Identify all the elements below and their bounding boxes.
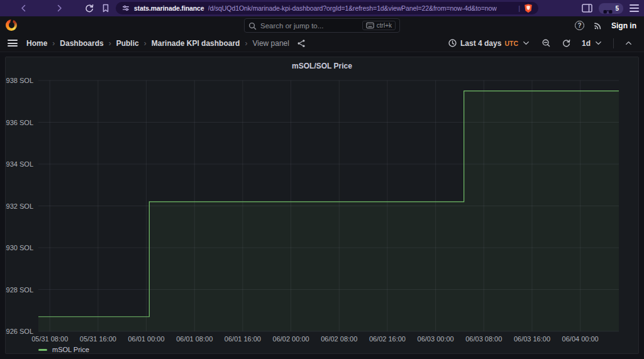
- breadcrumb-home[interactable]: Home: [26, 39, 47, 48]
- svg-text:05/31 16:00: 05/31 16:00: [80, 335, 116, 343]
- breadcrumb-separator: ›: [52, 39, 55, 48]
- browser-chrome: stats.marinade.finance/d/sqUQd1Onk/marin…: [0, 0, 644, 16]
- svg-text:06/02 00:00: 06/02 00:00: [273, 335, 309, 343]
- chevron-up-icon: [624, 38, 633, 48]
- refresh-interval-dropdown[interactable]: 1d: [579, 36, 606, 50]
- url-path: /d/sqUQd1Onk/marinade-kpi-dashboard?orgI…: [208, 4, 497, 12]
- breadcrumb-separator: ›: [109, 39, 111, 48]
- search-bar[interactable]: ctrl+k: [244, 18, 400, 33]
- search-icon: [248, 21, 257, 30]
- brave-shield-icon[interactable]: [524, 4, 533, 13]
- refresh-button[interactable]: [558, 36, 574, 50]
- header-right-controls: ? Sign in: [575, 16, 636, 35]
- browser-forward-icon[interactable]: [54, 3, 64, 13]
- url-separator: |: [518, 4, 520, 12]
- panel-title[interactable]: mSOL/SOL Price: [6, 57, 638, 71]
- clock-icon: [448, 38, 457, 48]
- mega-menu-icon[interactable]: [8, 40, 18, 47]
- url-domain: stats.marinade.finance: [134, 4, 204, 12]
- chart-panel: mSOL/SOL Price 1.1938 SOL1.1936 SOL1.193…: [5, 57, 639, 354]
- legend-series-marker: [38, 349, 47, 351]
- keyboard-shortcut-hint: ctrl+k: [362, 21, 396, 30]
- chevron-down-icon: [594, 38, 603, 48]
- legend-item[interactable]: mSOL Price: [38, 346, 89, 353]
- price-chart[interactable]: 1.1938 SOL1.1936 SOL1.1934 SOL1.1932 SOL…: [6, 71, 638, 345]
- share-icon[interactable]: [297, 39, 306, 48]
- sign-in-button[interactable]: Sign in: [611, 21, 636, 30]
- site-settings-icon[interactable]: [121, 4, 130, 13]
- svg-text:06/03 00:00: 06/03 00:00: [418, 335, 454, 343]
- browser-right-controls: 5: [582, 0, 639, 16]
- help-icon[interactable]: ?: [575, 21, 584, 30]
- refresh-icon: [562, 38, 571, 48]
- zoom-out-icon: [541, 38, 551, 48]
- chevron-down-icon: [521, 38, 531, 48]
- svg-text:06/01 00:00: 06/01 00:00: [128, 335, 165, 343]
- grafana-header: ctrl+k ? Sign in: [0, 16, 644, 35]
- browser-menu-icon[interactable]: [630, 4, 639, 12]
- svg-text:06/04 00:00: 06/04 00:00: [562, 335, 599, 343]
- browser-reload-icon[interactable]: [84, 3, 94, 13]
- breadcrumb-view-panel[interactable]: View panel: [252, 39, 289, 48]
- glasses-icon: [603, 6, 613, 11]
- breadcrumb: Home › Dashboards › Public › Marinade KP…: [26, 39, 289, 48]
- browser-back-icon[interactable]: [19, 3, 29, 13]
- divider: [613, 38, 614, 48]
- svg-text:1.1936 SOL: 1.1936 SOL: [6, 119, 33, 126]
- collapse-controls-button[interactable]: [621, 36, 636, 50]
- svg-text:06/03 08:00: 06/03 08:00: [465, 335, 502, 343]
- svg-text:05/31 08:00: 05/31 08:00: [31, 335, 68, 343]
- zoom-out-button[interactable]: [538, 36, 554, 50]
- breadcrumb-separator: ›: [245, 39, 247, 48]
- svg-text:1.1928 SOL: 1.1928 SOL: [6, 286, 33, 294]
- svg-text:1.1932 SOL: 1.1932 SOL: [6, 202, 33, 210]
- svg-text:1.1938 SOL: 1.1938 SOL: [6, 77, 33, 84]
- svg-text:06/01 16:00: 06/01 16:00: [225, 335, 261, 343]
- svg-text:1.1926 SOL: 1.1926 SOL: [6, 328, 33, 335]
- brave-rewards-badge[interactable]: 5: [599, 3, 623, 14]
- time-controls: Last 4 days UTC 1d: [445, 36, 636, 50]
- search-input[interactable]: [260, 22, 358, 30]
- svg-text:06/02 08:00: 06/02 08:00: [321, 335, 357, 343]
- dashboard-content: mSOL/SOL Price 1.1938 SOL1.1936 SOL1.193…: [0, 52, 644, 359]
- svg-text:1.1934 SOL: 1.1934 SOL: [6, 160, 33, 168]
- svg-text:06/01 08:00: 06/01 08:00: [176, 335, 213, 343]
- breadcrumb-dashboard-name[interactable]: Marinade KPI dashboard: [152, 39, 240, 48]
- shortcut-label: ctrl+k: [377, 22, 392, 29]
- sidebar-toggle-icon[interactable]: [582, 4, 592, 13]
- breadcrumb-dashboards[interactable]: Dashboards: [60, 39, 103, 48]
- address-bar[interactable]: stats.marinade.finance/d/sqUQd1Onk/marin…: [116, 2, 538, 14]
- legend-series-label: mSOL Price: [52, 346, 89, 353]
- svg-text:06/03 16:00: 06/03 16:00: [514, 335, 550, 343]
- svg-text:1.1930 SOL: 1.1930 SOL: [6, 244, 33, 251]
- svg-text:06/02 16:00: 06/02 16:00: [369, 335, 406, 343]
- keyboard-icon: [366, 22, 374, 29]
- breadcrumb-public[interactable]: Public: [116, 39, 139, 48]
- badge-count: 5: [615, 5, 619, 12]
- breadcrumb-separator: ›: [144, 39, 147, 48]
- bookmark-icon[interactable]: [101, 3, 111, 13]
- news-icon[interactable]: [593, 21, 602, 30]
- time-range-picker[interactable]: Last 4 days UTC: [445, 36, 534, 50]
- grafana-subheader: Home › Dashboards › Public › Marinade KP…: [0, 35, 644, 52]
- grafana-logo[interactable]: [6, 19, 17, 31]
